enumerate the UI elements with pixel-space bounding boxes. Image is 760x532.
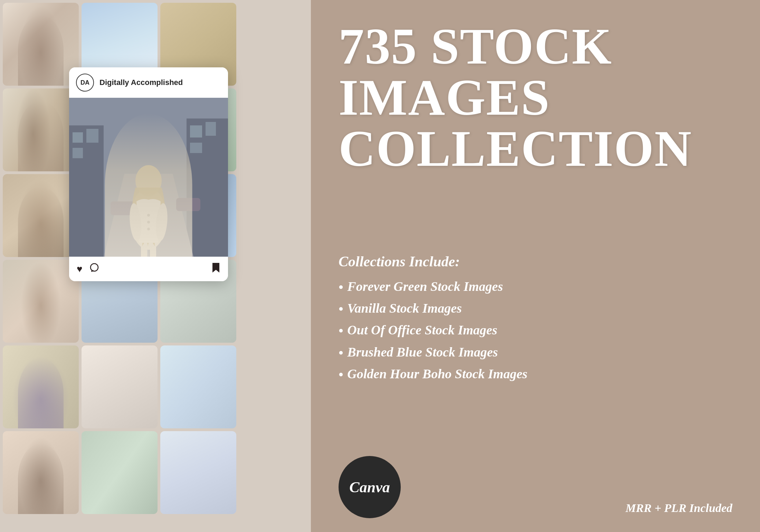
collection-item-1: • Forever Green Stock Images	[339, 278, 732, 296]
svg-rect-3	[86, 129, 98, 143]
photo-14	[82, 345, 158, 428]
svg-point-18	[128, 203, 142, 241]
svg-rect-20	[141, 246, 147, 257]
photo-10	[3, 260, 79, 343]
photo-13	[3, 345, 79, 428]
svg-rect-2	[73, 132, 83, 143]
card-username: Digitally Accomplished	[99, 78, 183, 87]
svg-point-13	[131, 188, 167, 250]
collection-item-4: • Brushed Blue Stock Images	[339, 344, 732, 361]
svg-point-14	[135, 165, 162, 196]
title-line1: 735 Stock	[339, 18, 612, 75]
right-panel: 735 Stock Images Collection Collections …	[311, 0, 760, 532]
bullet-5: •	[339, 366, 343, 383]
svg-point-16	[147, 221, 150, 224]
collections-heading: Collections Include:	[339, 253, 732, 270]
svg-rect-1	[69, 125, 104, 257]
svg-rect-12	[176, 198, 200, 211]
main-title: 735 Stock Images Collection	[339, 21, 732, 174]
bullet-4: •	[339, 344, 343, 361]
svg-marker-10	[142, 194, 149, 257]
photo-15	[160, 345, 236, 428]
svg-point-15	[147, 214, 150, 217]
collection-item-2: • Vanilla Stock Images	[339, 300, 732, 317]
photo-17	[82, 431, 158, 514]
svg-rect-8	[190, 143, 202, 153]
svg-marker-9	[104, 174, 193, 257]
brand-logo: DA	[76, 74, 94, 92]
photo-18	[160, 431, 236, 514]
card-header: DA Digitally Accomplished	[69, 67, 228, 98]
photo-7	[3, 174, 79, 257]
svg-point-22	[91, 264, 98, 271]
svg-point-19	[154, 203, 169, 241]
bullet-1: •	[339, 279, 343, 296]
main-title-block: 735 Stock Images Collection	[339, 21, 732, 174]
bookmark-icon	[211, 262, 220, 276]
instagram-card: DA Digitally Accomplished	[69, 67, 228, 281]
svg-rect-7	[206, 122, 216, 136]
collections-section: Collections Include: • Forever Green Sto…	[339, 174, 732, 456]
bullet-2: •	[339, 301, 343, 317]
card-main-image	[69, 98, 228, 257]
collection-item-3: • Out Of Office Stock Images	[339, 322, 732, 339]
photo-1	[3, 3, 79, 86]
card-actions: ♥	[77, 263, 99, 275]
left-panel: DA Digitally Accomplished	[0, 0, 311, 532]
card-footer: ♥	[69, 257, 228, 281]
bottom-section: Canva MRR + PLR Included	[339, 456, 732, 518]
svg-rect-6	[190, 125, 202, 137]
title-line3: Collection	[339, 120, 692, 177]
comment-icon	[89, 263, 99, 275]
bullet-3: •	[339, 322, 343, 339]
title-line2: Images	[339, 69, 550, 126]
canva-badge: Canva	[339, 456, 401, 518]
svg-point-17	[147, 228, 150, 230]
canva-label: Canva	[349, 478, 390, 496]
svg-rect-21	[150, 246, 156, 257]
mrr-label: MRR + PLR Included	[626, 502, 732, 518]
svg-rect-5	[187, 118, 228, 257]
photo-4	[3, 88, 79, 171]
svg-rect-11	[111, 201, 138, 215]
heart-icon: ♥	[77, 264, 83, 275]
photo-16	[3, 431, 79, 514]
svg-rect-4	[73, 148, 83, 158]
collection-item-5: • Golden Hour Boho Stock Images	[339, 365, 732, 383]
